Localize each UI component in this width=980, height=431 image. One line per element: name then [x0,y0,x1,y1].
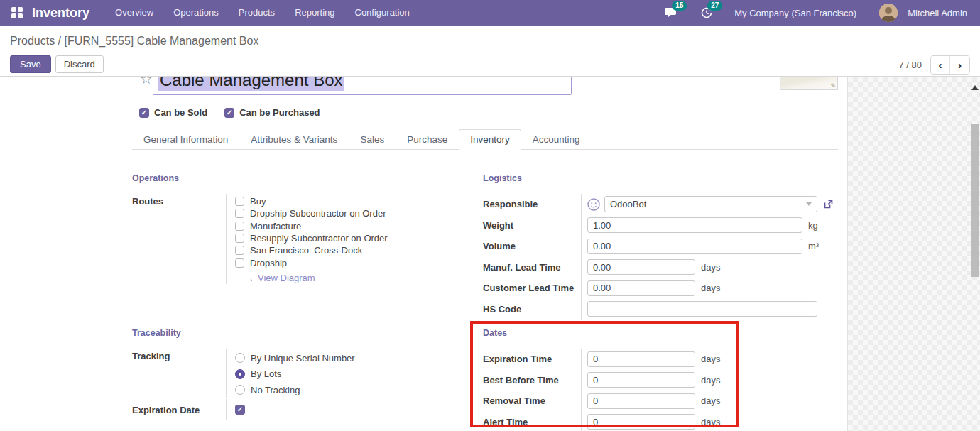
user-menu[interactable]: Mitchell Admin [908,8,967,18]
tab-general-information[interactable]: General Information [132,129,239,150]
nav-menu-products[interactable]: Products [229,0,285,26]
radio-checked-icon[interactable] [235,369,245,379]
checkbox-empty-icon[interactable] [235,222,244,231]
manuf-lead-time-input[interactable] [587,259,695,275]
scrollbar-thumb[interactable] [971,124,979,277]
chevron-down-icon[interactable] [806,202,812,206]
activities-button[interactable]: 27 [699,5,714,21]
customer-lead-time-input[interactable] [587,280,695,296]
route-label: Dropship [250,258,287,268]
can-be-sold-checkbox[interactable]: Can be Sold [139,107,207,118]
tab-attributes-variants[interactable]: Attributes & Variants [239,129,349,150]
app-name[interactable]: Inventory [32,6,89,21]
checkbox-empty-icon[interactable] [235,258,244,268]
route-option-dropship[interactable]: Dropship [235,256,287,268]
customer-lead-time-field: days [581,278,838,299]
external-link-icon[interactable] [822,199,834,210]
pager: 7 / 80 ‹ › [898,55,970,75]
route-option-cross-dock[interactable]: San Francisco: Cross-Dock [235,244,362,256]
radio-unchecked-icon[interactable] [235,353,245,363]
favorite-star-icon[interactable]: ☆ [140,77,153,87]
best-before-time-input[interactable] [587,372,695,388]
group-logistics: Logistics Responsible OdooBot [483,173,838,320]
volume-row: Volume m³ [483,236,838,257]
form-sheet: ☆ Cable Management Box ✎ Can be Sold Can… [0,77,980,431]
nav-left: Inventory Overview Operations Products R… [0,0,420,26]
product-name-input[interactable]: Cable Management Box [153,77,572,95]
route-label: Buy [250,196,266,207]
apps-grid-icon[interactable] [11,7,23,18]
volume-input[interactable] [587,239,802,254]
removal-time-input[interactable] [587,393,695,409]
form-buttons: Save Discard [10,55,104,73]
route-option-manufacture[interactable]: Manufacture [235,220,301,232]
tracking-row: Tracking By Unique Serial Number By Lots… [132,349,469,398]
view-diagram-link[interactable]: → View Diagram [244,273,315,284]
pager-previous-button[interactable]: ‹ [931,56,950,74]
expiration-date-row: Expiration Date [132,398,469,422]
pager-next-button[interactable]: › [950,56,969,74]
company-switcher[interactable]: My Company (San Francisco) [734,8,856,18]
weight-input[interactable] [587,217,802,233]
tab-purchase[interactable]: Purchase [396,129,459,150]
nav-menu-configuration[interactable]: Configuration [345,0,420,26]
tracking-option-label: By Lots [251,369,281,379]
alert-time-input[interactable] [587,414,695,430]
checkbox-empty-icon[interactable] [235,246,244,255]
route-option-dropship-subcontractor[interactable]: Dropship Subcontractor on Order [235,207,386,219]
expiration-time-row: Expiration Time days [483,349,739,370]
discard-button[interactable]: Discard [55,55,104,73]
hs-code-input[interactable] [587,301,817,317]
customer-lead-time-row: Customer Lead Time days [483,278,838,299]
route-option-buy[interactable]: Buy [235,195,266,207]
logistics-heading: Logistics [483,173,838,187]
tab-sales[interactable]: Sales [349,129,396,150]
checkbox-empty-icon[interactable] [235,197,244,206]
checkbox-checked-icon[interactable] [139,108,149,118]
responsible-input[interactable]: OdooBot [604,196,817,212]
checkbox-empty-icon[interactable] [235,234,244,243]
save-button[interactable]: Save [10,55,51,73]
radio-unchecked-icon[interactable] [235,385,245,395]
control-panel: Products / [FURN_5555] Cable Management … [0,26,980,77]
tracking-option-serial[interactable]: By Unique Serial Number [235,350,355,366]
best-before-time-field: days [581,370,739,391]
expiration-time-field: days [581,349,739,370]
expiration-time-input[interactable] [587,351,695,367]
tracking-option-lots[interactable]: By Lots [235,366,281,383]
product-image-thumbnail[interactable]: ✎ [780,77,838,90]
checkbox-checked-icon[interactable] [224,108,234,118]
scroll-up-arrow[interactable] [971,85,979,90]
user-avatar[interactable] [879,4,898,22]
pager-count: 7 / 80 [898,60,922,70]
tracking-option-none[interactable]: No Tracking [235,382,300,398]
alert-time-field: days [581,412,739,431]
route-label: Dropship Subcontractor on Order [250,208,386,219]
expiration-date-checkbox[interactable] [235,405,245,415]
responsible-label: Responsible [483,199,581,209]
expiration-time-label: Expiration Time [483,354,581,364]
responsible-value: OdooBot [610,199,646,209]
nav-menu-reporting[interactable]: Reporting [285,0,344,26]
top-navbar: Inventory Overview Operations Products R… [0,0,980,26]
expiration-date-field [226,399,469,420]
checkbox-empty-icon[interactable] [235,209,244,218]
can-be-purchased-checkbox[interactable]: Can be Purchased [224,107,320,118]
operations-heading: Operations [132,173,469,187]
messages-button[interactable]: 15 [663,5,679,21]
nav-menu-operations[interactable]: Operations [163,0,229,26]
edit-image-icon[interactable]: ✎ [830,82,836,89]
breadcrumb[interactable]: Products / [FURN_5555] Cable Management … [10,35,258,48]
tracking-label: Tracking [132,349,226,361]
sale-purchase-toggles: Can be Sold Can be Purchased [139,107,320,118]
route-option-resupply-subcontractor[interactable]: Resupply Subcontractor on Order [235,232,388,244]
removal-time-field: days [581,391,739,412]
nav-right: 15 27 My Company (San Francisco) Mitchel… [663,4,980,22]
responsible-field: OdooBot [581,194,838,215]
dates-heading: Dates [483,328,838,342]
tab-inventory[interactable]: Inventory [459,129,521,150]
vertical-scrollbar[interactable] [970,77,980,431]
arrow-right-icon: → [244,273,254,284]
nav-menu-overview[interactable]: Overview [105,0,163,26]
tab-accounting[interactable]: Accounting [521,129,592,150]
